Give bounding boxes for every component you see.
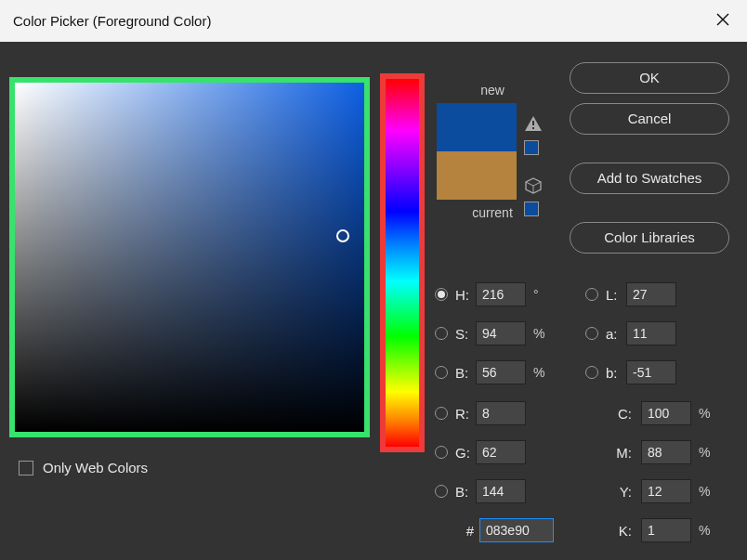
b-rgb-radio[interactable] (435, 485, 448, 498)
g-radio[interactable] (435, 446, 448, 459)
current-color-swatch[interactable] (437, 151, 517, 200)
s-label: S: (455, 326, 476, 342)
g-input[interactable] (476, 440, 526, 464)
b-rgb-label: B: (455, 484, 476, 500)
b-hsb-input[interactable] (476, 360, 526, 384)
g-label: G: (455, 445, 476, 461)
field-cursor[interactable] (336, 229, 349, 242)
hue-strip-highlight (380, 73, 425, 452)
y-unit: % (699, 484, 710, 499)
saturation-value-field[interactable] (15, 83, 364, 432)
svg-rect-4 (532, 127, 534, 129)
a-input[interactable] (626, 321, 676, 345)
s-input[interactable] (476, 321, 526, 345)
hue-strip[interactable] (386, 79, 419, 447)
b-hsb-radio[interactable] (435, 366, 448, 379)
titlebar: Color Picker (Foreground Color) (0, 0, 747, 42)
close-icon[interactable] (712, 8, 734, 33)
new-label: new (437, 83, 548, 98)
h-input[interactable] (476, 282, 526, 306)
add-swatches-button[interactable]: Add to Swatches (570, 163, 729, 194)
s-unit: % (533, 326, 544, 341)
r-input[interactable] (476, 401, 526, 425)
L-input[interactable] (626, 282, 676, 306)
hex-input[interactable] (479, 518, 554, 542)
m-unit: % (699, 445, 710, 460)
cancel-button[interactable]: Cancel (570, 103, 729, 135)
b-lab-input[interactable] (626, 360, 676, 384)
only-web-label: Only Web Colors (43, 460, 148, 475)
h-radio[interactable] (435, 288, 448, 301)
h-unit: ° (533, 287, 539, 302)
gamut-swatch[interactable] (524, 140, 539, 155)
c-unit: % (699, 406, 710, 421)
hex-label: # (455, 523, 474, 539)
c-input[interactable] (641, 401, 691, 425)
b-lab-radio[interactable] (585, 366, 598, 379)
svg-line-6 (526, 182, 533, 186)
r-radio[interactable] (435, 407, 448, 420)
color-libraries-button[interactable]: Color Libraries (570, 222, 729, 254)
k-label: K: (606, 523, 632, 539)
h-label: H: (455, 287, 476, 303)
b-hsb-label: B: (455, 365, 476, 381)
only-web-checkbox[interactable] (19, 461, 33, 475)
b-lab-label: b: (606, 365, 626, 381)
ok-button[interactable]: OK (570, 62, 729, 94)
L-label: L: (606, 287, 626, 303)
a-radio[interactable] (585, 327, 598, 340)
y-input[interactable] (641, 479, 691, 503)
a-label: a: (606, 326, 626, 342)
gamut-warning-icon[interactable] (524, 116, 543, 135)
sv-field-highlight (9, 77, 370, 437)
b-rgb-input[interactable] (476, 479, 526, 503)
m-label: M: (606, 445, 632, 461)
s-radio[interactable] (435, 327, 448, 340)
svg-line-7 (533, 182, 541, 186)
c-label: C: (606, 406, 632, 422)
websafe-warning-icon[interactable] (524, 177, 543, 196)
b-hsb-unit: % (533, 365, 544, 380)
L-radio[interactable] (585, 288, 598, 301)
window-title: Color Picker (Foreground Color) (13, 13, 211, 29)
k-input[interactable] (641, 518, 691, 542)
m-input[interactable] (641, 440, 691, 464)
k-unit: % (699, 523, 710, 538)
new-color-swatch[interactable] (437, 103, 517, 151)
y-label: Y: (606, 484, 632, 500)
svg-rect-3 (532, 121, 534, 125)
websafe-swatch[interactable] (524, 202, 539, 216)
r-label: R: (455, 406, 476, 422)
